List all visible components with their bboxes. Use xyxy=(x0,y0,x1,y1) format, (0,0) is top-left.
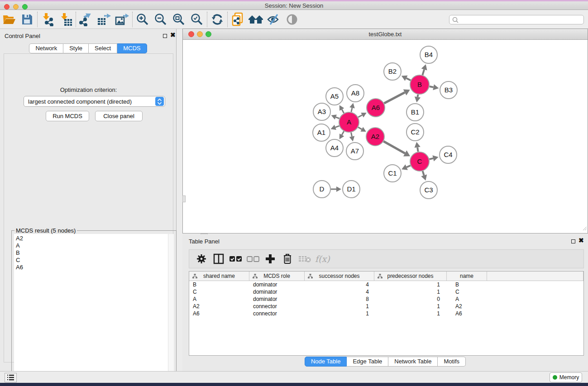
network-graph[interactable]: B4B2BB3A8A5A6A3B1AA1C2A2A4A7C4CC1C3DD1 xyxy=(183,40,588,233)
float-panel-icon[interactable] xyxy=(163,34,167,38)
result-item[interactable]: A2 xyxy=(16,235,174,242)
close-window-button[interactable] xyxy=(4,4,10,10)
tab-node-table[interactable]: Node Table xyxy=(305,357,347,367)
run-mcds-button[interactable]: Run MCDS xyxy=(46,111,89,121)
save-session-icon[interactable] xyxy=(18,11,36,28)
zoom-in-icon[interactable] xyxy=(134,11,152,28)
zoom-selected-icon[interactable] xyxy=(188,11,206,28)
search-input[interactable] xyxy=(459,17,583,23)
mcds-result-list[interactable]: A2ABCA6 xyxy=(14,234,174,383)
table-row[interactable]: A2connector11A2 xyxy=(189,303,583,310)
edge-A-A2[interactable] xyxy=(358,127,362,129)
tab-mcds[interactable]: MCDS xyxy=(117,43,147,53)
tab-network[interactable]: Network xyxy=(29,43,63,53)
tab-motifs[interactable]: Motifs xyxy=(438,357,466,367)
open-file-icon[interactable] xyxy=(0,11,18,28)
show-panels-button[interactable] xyxy=(5,373,17,382)
edge-C-C2[interactable] xyxy=(417,148,418,152)
edge-C-C3[interactable] xyxy=(423,171,424,176)
edge-A-A6[interactable] xyxy=(358,115,362,117)
column-header-MCDS-role[interactable]: MCDS role xyxy=(249,272,305,281)
edge-A-A1[interactable] xyxy=(335,126,339,127)
edge-A-A8[interactable] xyxy=(351,108,352,112)
deselect-all-icon[interactable] xyxy=(244,251,262,267)
column-header-name[interactable]: name xyxy=(447,272,487,281)
divider-grip[interactable] xyxy=(182,195,186,202)
minimize-network-window-button[interactable] xyxy=(197,31,203,37)
zoom-network-window-button[interactable] xyxy=(206,31,211,37)
search-field[interactable] xyxy=(449,15,584,24)
hide-selected-icon[interactable] xyxy=(265,11,283,28)
tab-network-table[interactable]: Network Table xyxy=(388,357,438,367)
edge-C-C1[interactable] xyxy=(406,166,411,167)
list-icon xyxy=(7,375,14,381)
result-item[interactable]: A6 xyxy=(16,264,174,271)
new-network-from-selection-icon[interactable] xyxy=(229,11,247,28)
close-panel-button[interactable]: Close panel xyxy=(95,111,143,121)
edge-A2-C[interactable] xyxy=(383,141,405,153)
control-panel: Control Panel ✖ NetworkStyleSelectMCDS O… xyxy=(0,29,177,371)
table-row[interactable]: Cdominator41C xyxy=(189,288,583,295)
float-table-panel-icon[interactable] xyxy=(571,239,575,243)
table-cell: 0 xyxy=(374,296,447,302)
zoom-out-icon[interactable] xyxy=(152,11,170,28)
edge-C-C4[interactable] xyxy=(429,158,433,159)
table-header-row: shared nameMCDS rolesuccessor nodesprede… xyxy=(189,272,583,281)
delete-table-icon[interactable] xyxy=(296,251,313,267)
criterion-dropdown[interactable]: largest connected component (directed) xyxy=(24,96,165,107)
result-list-scrollbar[interactable] xyxy=(168,234,174,383)
export-table-icon[interactable] xyxy=(95,11,113,28)
column-header-shared-name[interactable]: shared name xyxy=(189,272,249,281)
edge-A-A5[interactable] xyxy=(342,110,344,113)
zoom-window-button[interactable] xyxy=(22,4,28,10)
table-row[interactable]: Bdominator41B xyxy=(189,281,583,288)
table-row[interactable]: A6connector11A6 xyxy=(189,310,583,317)
edge-A-A4[interactable] xyxy=(342,131,344,135)
zoom-fit-icon[interactable] xyxy=(170,11,188,28)
toolbar-separator xyxy=(132,12,133,27)
function-builder-icon[interactable]: f(x) xyxy=(313,254,330,264)
close-table-panel-icon[interactable]: ✖ xyxy=(578,237,584,244)
export-image-icon[interactable] xyxy=(113,11,131,28)
tab-edge-table[interactable]: Edge Table xyxy=(347,357,388,367)
show-all-icon[interactable] xyxy=(283,11,301,28)
apply-layout-icon[interactable] xyxy=(208,11,226,28)
close-panel-icon[interactable]: ✖ xyxy=(170,31,176,38)
network-window-titlebar[interactable]: testGlobe.txt xyxy=(183,29,588,40)
import-network-icon[interactable] xyxy=(38,11,57,28)
edge-B-B2[interactable] xyxy=(406,78,411,81)
edge-A6-B[interactable] xyxy=(384,92,405,103)
edge-B-B4[interactable] xyxy=(422,70,424,75)
result-item[interactable]: B xyxy=(16,249,174,257)
column-header-empty[interactable] xyxy=(487,272,583,281)
minimize-window-button[interactable] xyxy=(13,4,19,10)
edge-B-B3[interactable] xyxy=(430,86,434,87)
table-row[interactable]: Adominator80A xyxy=(189,295,583,303)
column-header-predecessor-nodes[interactable]: predecessor nodes xyxy=(374,272,447,281)
edge-A-A7[interactable] xyxy=(351,133,352,137)
delete-column-icon[interactable] xyxy=(279,251,296,267)
network-canvas[interactable]: B4B2BB3A8A5A6A3B1AA1C2A2A4A7C4CC1C3DD1 xyxy=(183,40,588,233)
memory-status-icon xyxy=(553,375,557,380)
close-network-window-button[interactable] xyxy=(188,31,194,37)
node-table[interactable]: shared nameMCDS rolesuccessor nodesprede… xyxy=(189,271,584,356)
edge-arrowhead xyxy=(415,96,421,102)
import-table-icon[interactable] xyxy=(57,11,75,28)
node-label-B1: B1 xyxy=(411,108,419,116)
table-settings-icon[interactable] xyxy=(193,251,210,267)
select-all-icon[interactable] xyxy=(227,251,244,267)
show-columns-icon[interactable] xyxy=(210,251,227,267)
edge-A-A3[interactable] xyxy=(336,117,339,119)
edge-B-B1[interactable] xyxy=(418,95,418,97)
column-header-successor-nodes[interactable]: successor nodes xyxy=(305,272,374,281)
first-neighbors-icon[interactable] xyxy=(247,11,265,28)
tab-select[interactable]: Select xyxy=(89,43,117,53)
add-column-icon[interactable] xyxy=(262,251,279,267)
result-item[interactable]: A xyxy=(16,242,174,249)
resize-corner-icon[interactable] xyxy=(582,224,587,233)
export-network-icon[interactable] xyxy=(77,11,95,28)
memory-button[interactable]: Memory xyxy=(550,372,582,382)
table-cell: C xyxy=(189,289,249,295)
result-item[interactable]: C xyxy=(16,257,174,264)
tab-style[interactable]: Style xyxy=(63,43,89,53)
